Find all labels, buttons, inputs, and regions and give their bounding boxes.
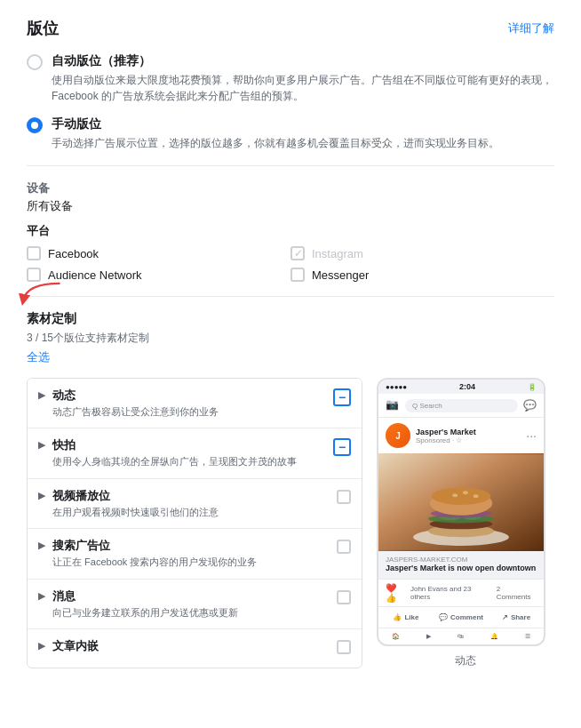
svg-point-13 bbox=[474, 494, 479, 498]
chevron-icon-search: ▶ bbox=[38, 540, 45, 551]
svg-point-11 bbox=[452, 493, 458, 497]
placement-name-search: 搜索广告位 bbox=[52, 538, 330, 554]
auto-placement-option[interactable]: 自动版位（推荐） 使用自动版位来最大限度地花费预算，帮助你向更多用户展示广告。广… bbox=[27, 53, 554, 104]
post-author-info: Jasper's Market Sponsored · ☆ bbox=[416, 428, 521, 444]
preview-panel: ●●●●● 2:04 🔋 📷 Q Search 💬 J bbox=[377, 378, 554, 668]
creative-section: 素材定制 3 / 15个版位支持素材定制 全选 bbox=[27, 311, 554, 365]
placement-name-message: 消息 bbox=[52, 588, 330, 604]
post-more-icon: ··· bbox=[526, 428, 537, 443]
nav-play[interactable]: ▶ bbox=[426, 633, 431, 640]
manual-placement-desc: 手动选择广告展示位置，选择的版位越多，你就有越多机会覆盖目标受众，进而实现业务目… bbox=[52, 135, 499, 151]
placement-info-video: 视频播放位 在用户观看视频时快速吸引他们的注意 bbox=[52, 488, 330, 519]
placement-checkbox-search[interactable] bbox=[337, 540, 351, 554]
red-arrow-indicator bbox=[13, 276, 67, 311]
manual-placement-radio[interactable] bbox=[27, 117, 43, 133]
placement-header-article[interactable]: ▶ 文章内嵌 bbox=[28, 629, 362, 665]
messenger-nav-icon: 💬 bbox=[523, 399, 537, 412]
placements-list: ▶ 动态 动态广告极容易让受众注意到你的业务 − ▶ 快拍 使用令人身临其境的全… bbox=[27, 378, 362, 668]
placements-section: ▶ 动态 动态广告极容易让受众注意到你的业务 − ▶ 快拍 使用令人身临其境的全… bbox=[27, 378, 554, 668]
phone-bottom-nav: 🏠 ▶ 🛍 🔔 ☰ bbox=[378, 628, 544, 644]
divider-2 bbox=[27, 296, 554, 297]
placement-toggle-dongtai[interactable]: − bbox=[333, 388, 351, 406]
platform-facebook[interactable]: Facebook bbox=[27, 246, 290, 260]
manual-placement-option[interactable]: 手动版位 手动选择广告展示位置，选择的版位越多，你就有越多机会覆盖目标受众，进而… bbox=[27, 116, 554, 151]
chevron-icon-dongtai: ▶ bbox=[38, 389, 45, 401]
post-link-title: Jasper's Market is now open downtown bbox=[386, 564, 537, 574]
section-title: 版位 bbox=[27, 18, 59, 39]
divider-1 bbox=[27, 165, 554, 166]
placement-info-article: 文章内嵌 bbox=[52, 638, 330, 656]
device-value: 所有设备 bbox=[27, 198, 554, 214]
preview-label: 动态 bbox=[377, 653, 554, 668]
placement-row-dongtai: ▶ 动态 动态广告极容易让受众注意到你的业务 − bbox=[28, 379, 362, 428]
facebook-checkbox[interactable] bbox=[27, 246, 41, 260]
creative-sub: 3 / 15个版位支持素材定制 bbox=[27, 331, 554, 346]
placement-header-dongtai[interactable]: ▶ 动态 动态广告极容易让受众注意到你的业务 − bbox=[28, 379, 362, 428]
phone-search-bar: Q Search bbox=[405, 399, 518, 412]
chevron-icon-message: ▶ bbox=[38, 590, 45, 602]
post-link-url: JASPERS-MARKET.COM bbox=[386, 556, 537, 564]
chevron-icon-video: ▶ bbox=[38, 490, 45, 501]
post-author-name: Jasper's Market bbox=[416, 428, 521, 436]
feed-post: J Jasper's Market Sponsored · ☆ ··· bbox=[378, 418, 544, 644]
post-reactions: ❤️👍 John Evans and 23 others 2 Comments bbox=[378, 580, 544, 606]
device-label: 设备 bbox=[27, 180, 554, 196]
auto-placement-desc: 使用自动版位来最大限度地花费预算，帮助你向更多用户展示广告。广告组在不同版位可能… bbox=[52, 72, 554, 104]
placement-header-search[interactable]: ▶ 搜索广告位 让正在 Facebook 搜索内容的用户发现你的业务 bbox=[28, 529, 362, 578]
chevron-icon-kuapai: ▶ bbox=[38, 439, 45, 451]
placement-name-dongtai: 动态 bbox=[52, 388, 326, 404]
post-image bbox=[378, 453, 544, 551]
learn-more-link[interactable]: 详细了解 bbox=[508, 20, 554, 36]
manual-placement-label: 手动版位 bbox=[52, 116, 499, 132]
placement-desc-video: 在用户观看视频时快速吸引他们的注意 bbox=[52, 506, 330, 519]
post-avatar: J bbox=[386, 423, 410, 448]
preview-phone: ●●●●● 2:04 🔋 📷 Q Search 💬 J bbox=[377, 378, 545, 646]
placement-header-kuapai[interactable]: ▶ 快拍 使用令人身临其境的全屏纵向广告，呈现图文并茂的故事 − bbox=[28, 428, 362, 477]
like-action[interactable]: 👍Like bbox=[378, 610, 434, 625]
svg-point-10 bbox=[432, 487, 491, 505]
phone-status-bar: ●●●●● 2:04 🔋 bbox=[378, 380, 544, 394]
camera-icon: 📷 bbox=[386, 398, 400, 412]
placement-name-video: 视频播放位 bbox=[52, 488, 330, 504]
placement-header-video[interactable]: ▶ 视频播放位 在用户观看视频时快速吸引他们的注意 bbox=[28, 479, 362, 528]
post-header: J Jasper's Market Sponsored · ☆ ··· bbox=[378, 418, 544, 453]
auto-placement-radio[interactable] bbox=[27, 54, 43, 70]
reactions-text: John Evans and 23 others bbox=[410, 585, 493, 601]
messenger-label: Messenger bbox=[312, 268, 369, 282]
platforms-grid: Facebook Instagram Audience Network Mess… bbox=[27, 246, 554, 282]
placement-desc-dongtai: 动态广告极容易让受众注意到你的业务 bbox=[52, 405, 326, 419]
platform-messenger[interactable]: Messenger bbox=[290, 268, 554, 282]
placement-desc-message: 向已与业务建立联系的用户发送优惠或更新 bbox=[52, 606, 330, 620]
select-all-link[interactable]: 全选 bbox=[27, 350, 50, 364]
placement-checkbox-article[interactable] bbox=[337, 640, 351, 654]
placement-name-kuapai: 快拍 bbox=[52, 437, 326, 453]
placement-row-kuapai: ▶ 快拍 使用令人身临其境的全屏纵向广告，呈现图文并茂的故事 − bbox=[28, 428, 362, 478]
placement-toggle-kuapai[interactable]: − bbox=[333, 438, 351, 456]
placement-header-message[interactable]: ▶ 消息 向已与业务建立联系的用户发送优惠或更新 bbox=[28, 580, 362, 628]
svg-point-12 bbox=[463, 491, 468, 494]
phone-battery: 🔋 bbox=[528, 383, 537, 391]
comment-action[interactable]: 💬Comment bbox=[434, 610, 489, 625]
comments-count: 2 Comments bbox=[497, 585, 537, 601]
placement-info-message: 消息 向已与业务建立联系的用户发送优惠或更新 bbox=[52, 588, 330, 620]
instagram-checkbox[interactable] bbox=[290, 246, 305, 260]
chevron-icon-article: ▶ bbox=[38, 640, 45, 652]
nav-market[interactable]: 🛍 bbox=[458, 633, 464, 640]
post-link-preview: JASPERS-MARKET.COM Jasper's Market is no… bbox=[378, 551, 544, 580]
nav-menu[interactable]: ☰ bbox=[525, 633, 530, 640]
nav-home[interactable]: 🏠 bbox=[392, 633, 400, 640]
phone-signal: ●●●●● bbox=[386, 383, 407, 391]
share-action[interactable]: ↗Share bbox=[489, 610, 544, 625]
instagram-label: Instagram bbox=[312, 247, 363, 260]
placement-checkbox-message[interactable] bbox=[337, 590, 351, 604]
placement-info-dongtai: 动态 动态广告极容易让受众注意到你的业务 bbox=[52, 388, 326, 419]
post-actions: 👍Like 💬Comment ↗Share bbox=[378, 606, 544, 628]
placement-info-kuapai: 快拍 使用令人身临其境的全屏纵向广告，呈现图文并茂的故事 bbox=[52, 437, 326, 468]
nav-bell[interactable]: 🔔 bbox=[490, 633, 498, 640]
facebook-label: Facebook bbox=[48, 247, 99, 260]
placement-row-article: ▶ 文章内嵌 bbox=[28, 629, 362, 665]
messenger-checkbox[interactable] bbox=[290, 268, 305, 282]
platform-instagram[interactable]: Instagram bbox=[290, 246, 554, 260]
placement-desc-kuapai: 使用令人身临其境的全屏纵向广告，呈现图文并茂的故事 bbox=[52, 455, 326, 468]
placement-checkbox-video[interactable] bbox=[337, 490, 351, 504]
